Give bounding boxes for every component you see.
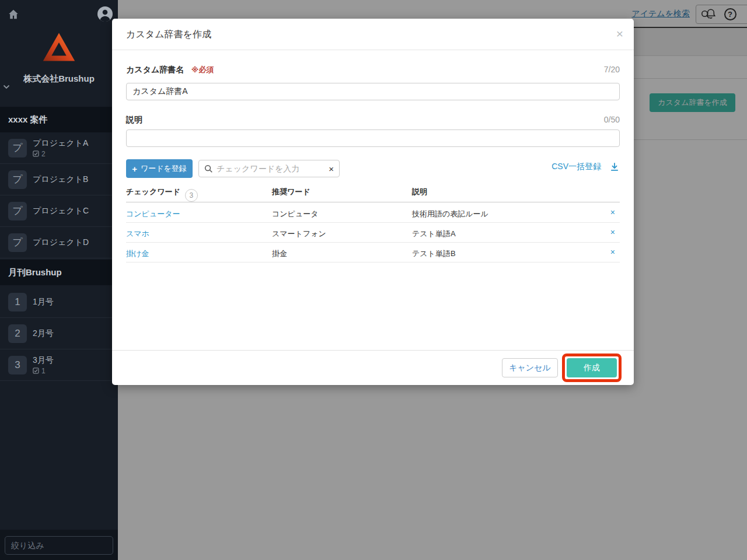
create-button[interactable]: 作成 [567,358,617,377]
sidebar-item-project-d[interactable]: プ プロジェクトD [0,227,118,258]
project-icon: プ [8,170,27,189]
company-selector[interactable]: 株式会社Brushup [0,74,118,89]
column-suggested-word: 推奨ワード [272,187,310,197]
brushup-logo-icon [42,30,76,64]
sidebar-item-project-b[interactable]: プ プロジェクトB [0,164,118,195]
issue-icon: 2 [8,324,27,343]
modal-footer: キャンセル 作成 [112,350,634,385]
word-table-row: 掛け金 掛金 テスト単語B × [126,243,620,262]
dictionary-name-input[interactable] [126,83,620,100]
plus-icon: + [132,164,137,174]
sidebar-filter-input[interactable] [5,536,113,555]
word-search-input[interactable] [217,164,325,173]
sidebar-section-monthly: 月刊Brushup [0,260,118,285]
delete-row-icon[interactable]: × [610,228,615,236]
dictionary-name-label: カスタム辞書名 [126,65,184,74]
search-icon [204,164,213,173]
column-check-word: チェックワード3 [126,187,198,202]
sidebar-item-march[interactable]: 3 3月号 1 [0,349,118,381]
add-word-button[interactable]: + ワードを登録 [126,159,193,178]
word-table-header: チェックワード3 推奨ワード 説明 [126,184,620,202]
column-description: 説明 [412,187,427,197]
user-avatar[interactable] [97,6,113,22]
sidebar-item-february[interactable]: 2 2月号 [0,318,118,349]
project-icon: プ [8,139,27,158]
home-icon[interactable] [7,8,20,21]
item-count: 1 [41,367,46,375]
word-table-row: コンピューター コンピュータ 技術用語の表記ルール × [126,203,620,223]
modal-title: カスタム辞書を作成 [126,19,211,50]
sidebar-item-project-a[interactable]: プ プロジェクトA 2 [0,132,118,164]
item-count: 2 [41,150,46,158]
check-word-link[interactable]: 掛け金 [126,249,149,259]
sidebar-footer [0,530,118,560]
project-icon: プ [8,233,27,252]
word-count-badge: 3 [185,189,198,202]
cancel-button[interactable]: キャンセル [502,358,558,377]
project-icon: プ [8,202,27,220]
check-word-link[interactable]: コンピューター [126,209,180,219]
close-icon[interactable]: × [616,27,623,40]
clear-search-icon[interactable]: × [329,164,334,173]
csv-bulk-register-link[interactable]: CSV一括登録 [551,162,620,172]
name-char-counter: 7/20 [604,65,620,74]
word-table-row: スマホ スマートフォン テスト単語A × [126,223,620,243]
sidebar: 株式会社Brushup xxxx 案件 プ プロジェクトA 2 プ プロジェクト… [0,0,118,560]
sidebar-item-project-c[interactable]: プ プロジェクトC [0,195,118,227]
annotation-highlight: 作成 [562,354,622,382]
issue-icon: 1 [8,293,27,312]
modal-header: カスタム辞書を作成 × [112,19,634,50]
delete-row-icon[interactable]: × [610,248,615,256]
issue-icon: 3 [8,356,27,374]
chevron-down-icon [3,85,10,89]
word-search-box[interactable]: × [198,160,340,177]
description-input[interactable] [126,130,620,147]
required-badge: ※必須 [191,65,214,74]
description-label: 説明 [126,115,142,124]
checkbox-icon [33,150,39,157]
sidebar-section-project: xxxx 案件 [0,107,118,132]
sidebar-item-january[interactable]: 1 1月号 [0,286,118,318]
create-dictionary-modal: カスタム辞書を作成 × カスタム辞書名 ※必須 7/20 説明 0/50 + ワ… [112,19,634,385]
checkbox-icon [33,368,39,374]
check-word-link[interactable]: スマホ [126,229,149,239]
description-char-counter: 0/50 [604,115,620,124]
download-icon [609,162,620,172]
delete-row-icon[interactable]: × [610,208,615,216]
